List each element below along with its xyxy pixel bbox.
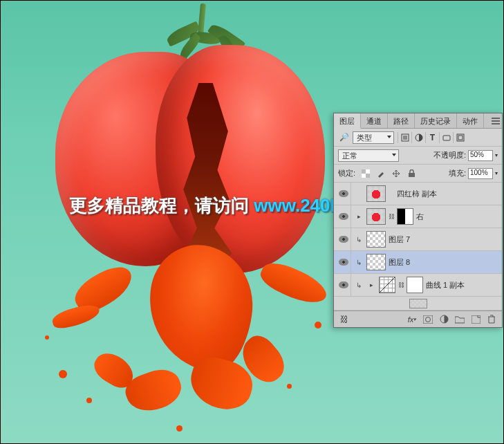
clip-indicator-icon: ↳: [354, 259, 364, 266]
tab-actions[interactable]: 动作: [457, 113, 484, 128]
panel-tabs: 图层 通道 路径 历史记录 动作: [334, 113, 502, 129]
layer-name[interactable]: 四红柿 副本: [397, 189, 500, 199]
visibility-eye-icon[interactable]: [339, 190, 348, 197]
lock-transparent-icon[interactable]: [360, 168, 372, 179]
layer-thumbnail[interactable]: [366, 208, 386, 225]
svg-rect-10: [423, 315, 433, 324]
panel-menu-icon[interactable]: [489, 113, 502, 128]
search-icon[interactable]: 🔎: [338, 132, 351, 143]
opacity-label: 不透明度:: [433, 150, 466, 160]
fill-label: 填充:: [449, 168, 466, 178]
tab-layers[interactable]: 图层: [334, 113, 361, 129]
svg-rect-8: [366, 174, 370, 178]
filter-shape-icon[interactable]: [439, 132, 453, 143]
filter-adjust-icon[interactable]: [411, 132, 425, 143]
tab-channels[interactable]: 通道: [361, 113, 388, 128]
layer-thumbnail[interactable]: [366, 254, 386, 270]
svg-rect-5: [458, 136, 463, 140]
filter-row: 🔎 类型 T: [334, 129, 502, 147]
blend-mode-dropdown[interactable]: 正常: [338, 149, 399, 162]
layer-name[interactable]: 图层 8: [389, 257, 500, 268]
mask-thumbnail[interactable]: [397, 208, 413, 225]
layers-panel: 图层 通道 路径 历史记录 动作 🔎 类型 T 正常 不透明度: 50% ▾ 锁…: [333, 113, 503, 328]
layer-name[interactable]: 图层 7: [389, 234, 500, 245]
filter-type-icon[interactable]: T: [425, 132, 439, 143]
layer-thumbnail[interactable]: [366, 231, 386, 248]
juice-splash: [52, 246, 342, 439]
expand-arrow-icon[interactable]: ▸: [354, 213, 364, 220]
svg-point-11: [426, 317, 431, 322]
watermark-main: 更多精品教程，请访问: [69, 195, 254, 216]
filter-smart-icon[interactable]: [453, 132, 467, 143]
layer-name[interactable]: 右: [416, 212, 500, 222]
layer-fx-icon[interactable]: fx▾: [404, 313, 420, 326]
clip-indicator-icon: ↳: [354, 281, 364, 289]
visibility-eye-icon[interactable]: [339, 236, 348, 243]
panel-footer: ⛓ fx▾: [334, 311, 502, 327]
layer-list: 四红柿 副本 ▸ ⛓ 右 ↳ 图层 7 ↳ 图层 8 ↳ ▸ ⛓: [334, 183, 502, 311]
layer-row[interactable]: ↳ 图层 7: [334, 228, 502, 251]
layer-row[interactable]: 四红柿 副本: [334, 183, 502, 205]
lock-position-icon[interactable]: [390, 168, 402, 179]
svg-rect-3: [443, 136, 450, 140]
adjustment-thumbnail[interactable]: [379, 277, 395, 293]
visibility-eye-icon[interactable]: [339, 213, 348, 220]
svg-rect-7: [362, 169, 366, 174]
filter-kind-dropdown[interactable]: 类型: [353, 131, 394, 144]
mask-link-icon[interactable]: ⛓: [398, 281, 404, 288]
tab-paths[interactable]: 路径: [388, 113, 415, 128]
svg-rect-13: [472, 315, 480, 324]
blend-row: 正常 不透明度: 50% ▾: [334, 147, 502, 165]
opacity-field[interactable]: 50%: [468, 150, 493, 161]
link-layers-icon[interactable]: ⛓: [337, 313, 352, 326]
layer-name[interactable]: 曲线 1 副本: [426, 280, 500, 290]
new-adjustment-icon[interactable]: [436, 313, 451, 326]
layer-row-collapsed[interactable]: [334, 297, 502, 311]
tab-history[interactable]: 历史记录: [415, 113, 457, 128]
fill-flyout-icon[interactable]: ▾: [495, 170, 498, 176]
add-mask-icon[interactable]: [420, 313, 436, 326]
layer-thumbnail[interactable]: [366, 185, 386, 202]
visibility-eye-icon[interactable]: [339, 281, 348, 288]
lock-row: 锁定: 填充: 100% ▾: [334, 165, 502, 183]
svg-rect-9: [409, 173, 415, 177]
expand-arrow-icon[interactable]: ▸: [366, 281, 376, 288]
layer-thumbnail-small[interactable]: [409, 299, 427, 308]
delete-layer-icon[interactable]: [484, 313, 499, 326]
visibility-eye-icon[interactable]: [339, 259, 348, 266]
mask-link-icon[interactable]: ⛓: [389, 213, 394, 220]
mask-thumbnail[interactable]: [407, 277, 423, 293]
lock-pixels-icon[interactable]: [375, 168, 387, 179]
filter-pixel-icon[interactable]: [398, 132, 411, 143]
opacity-flyout-icon[interactable]: ▾: [495, 152, 498, 158]
lock-label: 锁定:: [338, 168, 355, 178]
new-group-icon[interactable]: [452, 313, 467, 326]
layer-row[interactable]: ↳ ▸ ⛓ 曲线 1 副本: [334, 274, 502, 297]
fill-field[interactable]: 100%: [468, 168, 493, 179]
lock-all-icon[interactable]: [405, 168, 418, 179]
layer-row-selected[interactable]: ↳ 图层 8: [334, 251, 502, 274]
clip-indicator-icon: ↳: [354, 236, 364, 243]
svg-rect-1: [403, 136, 407, 140]
new-layer-icon[interactable]: [468, 313, 483, 326]
layer-row[interactable]: ▸ ⛓ 右: [334, 205, 502, 228]
